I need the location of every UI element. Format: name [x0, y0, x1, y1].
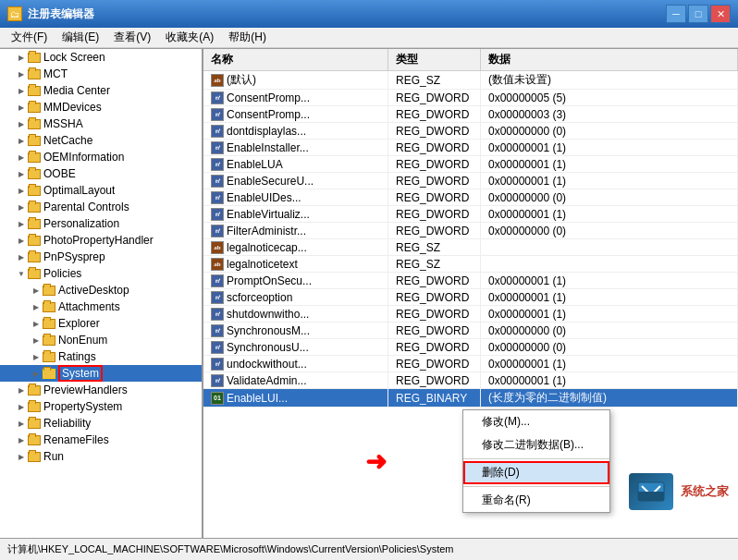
menu-view[interactable]: 查看(V) [106, 28, 158, 47]
table-row[interactable]: ㎡scforceoptionREG_DWORD0x00000001 (1) [203, 289, 738, 306]
table-row[interactable]: ㎡ConsentPromp...REG_DWORD0x00000003 (3) [203, 106, 738, 123]
context-menu-item[interactable]: 修改(M)... [463, 410, 609, 433]
menu-edit[interactable]: 编辑(E) [55, 28, 106, 47]
menu-help[interactable]: 帮助(H) [221, 28, 274, 47]
tree-item[interactable]: ▶Lock Screen [0, 49, 202, 66]
table-row[interactable]: ㎡SynchronousU...REG_DWORD0x00000000 (0) [203, 339, 738, 356]
reg-type-icon: ㎡ [211, 125, 224, 138]
cell-data [481, 239, 738, 255]
expand-icon[interactable]: ▶ [15, 134, 28, 147]
expand-icon[interactable]: ▶ [15, 84, 28, 97]
folder-icon [28, 136, 41, 146]
cell-data: (长度为零的二进制制值) [481, 389, 738, 407]
expand-icon[interactable]: ▶ [30, 334, 43, 347]
cell-data: 0x00000003 (3) [481, 106, 738, 122]
maximize-button[interactable]: □ [688, 5, 708, 23]
tree-item[interactable]: ▼Policies [0, 265, 202, 282]
tree-item[interactable]: ▶Media Center [0, 82, 202, 99]
cell-name: ㎡scforceoption [203, 289, 388, 305]
table-row[interactable]: ㎡PromptOnSecu...REG_DWORD0x00000001 (1) [203, 273, 738, 289]
table-row[interactable]: ㎡dontdisplaylas...REG_DWORD0x00000000 (0… [203, 123, 738, 140]
menu-favorites[interactable]: 收藏夹(A) [158, 28, 221, 47]
tree-item[interactable]: ▶NonEnum [0, 332, 202, 348]
tree-item-label: Parental Controls [43, 201, 129, 213]
tree-item[interactable]: ▶PreviewHandlers [0, 382, 202, 398]
tree-item[interactable]: ▶PhotoPropertyHandler [0, 232, 202, 249]
cell-type: REG_SZ [388, 71, 481, 89]
expand-icon[interactable]: ▶ [15, 167, 28, 180]
table-row[interactable]: ㎡SynchronousM...REG_DWORD0x00000000 (0) [203, 323, 738, 339]
expand-icon[interactable]: ▶ [15, 67, 28, 80]
tree-item[interactable]: ▶RenameFiles [0, 432, 202, 448]
expand-icon[interactable]: ▶ [15, 217, 28, 230]
context-menu-item[interactable]: 重命名(R) [463, 489, 609, 512]
context-menu-item[interactable]: 删除(D) [463, 461, 609, 484]
table-row[interactable]: ㎡EnableUIDes...REG_DWORD0x00000000 (0) [203, 189, 738, 206]
tree-item[interactable]: ▶MCT [0, 66, 202, 82]
expand-icon[interactable]: ▶ [15, 117, 28, 130]
table-row[interactable]: ㎡EnableSecureU...REG_DWORD0x00000001 (1) [203, 173, 738, 189]
tree-item[interactable]: ▶Run [0, 448, 202, 465]
tree-item[interactable]: ▶PropertySystem [0, 398, 202, 415]
expand-icon[interactable]: ▶ [30, 350, 43, 363]
cell-name: ㎡ValidateAdmin... [203, 372, 388, 388]
tree-item[interactable]: ▶Attachments [0, 298, 202, 315]
tree-item[interactable]: ▶OptimalLayout [0, 182, 202, 199]
tree-item[interactable]: ▶System [0, 365, 202, 382]
tree-item[interactable]: ▶MMDevices [0, 99, 202, 116]
tree-item[interactable]: ▶Explorer [0, 315, 202, 332]
table-row[interactable]: ㎡undockwithout...REG_DWORD0x00000001 (1) [203, 356, 738, 372]
expand-icon[interactable]: ▶ [15, 383, 28, 396]
table-row[interactable]: ㎡ValidateAdmin...REG_DWORD0x00000001 (1) [203, 372, 738, 389]
table-row[interactable]: 01EnableLUI...REG_BINARY(长度为零的二进制制值) [203, 389, 738, 408]
tree-item-label: OOBE [43, 167, 76, 180]
expand-icon[interactable]: ▶ [15, 201, 28, 213]
cell-data: 0x00000001 (1) [481, 356, 738, 371]
expand-icon[interactable]: ▶ [15, 250, 28, 263]
cell-name: ㎡shutdownwitho... [203, 306, 388, 322]
table-row[interactable]: ab(默认)REG_SZ(数值未设置) [203, 71, 738, 90]
expand-icon[interactable]: ▶ [15, 151, 28, 164]
expand-icon[interactable]: ▶ [15, 51, 28, 64]
table-row[interactable]: ablegalnoticecap...REG_SZ [203, 239, 738, 256]
expand-icon[interactable]: ▶ [15, 400, 28, 413]
left-panel-tree[interactable]: ▶Lock Screen▶MCT▶Media Center▶MMDevices▶… [0, 49, 203, 538]
minimize-button[interactable]: ─ [666, 5, 686, 23]
table-row[interactable]: ㎡EnableVirtualiz...REG_DWORD0x00000001 (… [203, 206, 738, 223]
table-row[interactable]: ㎡EnableInstaller...REG_DWORD0x00000001 (… [203, 140, 738, 156]
expand-icon[interactable]: ▶ [15, 450, 28, 463]
tree-item-label: Reliability [43, 417, 91, 430]
tree-item[interactable]: ▶Ratings [0, 348, 202, 365]
close-button[interactable]: ✕ [710, 5, 731, 23]
tree-item[interactable]: ▶OEMInformation [0, 149, 202, 165]
tree-item[interactable]: ▶NetCache [0, 132, 202, 149]
table-row[interactable]: ㎡EnableLUAREG_DWORD0x00000001 (1) [203, 156, 738, 173]
context-menu[interactable]: 修改(M)...修改二进制数据(B)...删除(D)重命名(R) [462, 409, 610, 513]
expand-icon[interactable]: ▶ [30, 284, 43, 297]
table-row[interactable]: ㎡FilterAdministr...REG_DWORD0x00000000 (… [203, 223, 738, 239]
tree-item[interactable]: ▶PnPSysprep [0, 249, 202, 265]
menu-file[interactable]: 文件(F) [4, 28, 55, 47]
tree-item[interactable]: ▶MSSHA [0, 116, 202, 132]
expand-icon[interactable]: ▶ [30, 300, 43, 313]
tree-item[interactable]: ▶OOBE [0, 165, 202, 182]
expand-icon[interactable]: ▶ [15, 417, 28, 430]
table-row[interactable]: ㎡shutdownwitho...REG_DWORD0x00000001 (1) [203, 306, 738, 323]
expand-icon[interactable]: ▶ [15, 234, 28, 247]
cell-name: ㎡EnableInstaller... [203, 140, 388, 155]
table-row[interactable]: ㎡ConsentPromp...REG_DWORD0x00000005 (5) [203, 90, 738, 106]
title-controls[interactable]: ─ □ ✕ [666, 5, 731, 23]
expand-icon[interactable]: ▶ [15, 101, 28, 114]
expand-icon[interactable]: ▶ [15, 433, 28, 446]
expand-icon[interactable]: ▼ [15, 267, 28, 280]
table-row[interactable]: ablegalnoticetextREG_SZ [203, 256, 738, 273]
expand-icon[interactable]: ▶ [15, 184, 28, 197]
tree-item[interactable]: ▶ActiveDesktop [0, 282, 202, 298]
context-menu-item[interactable]: 修改二进制数据(B)... [463, 433, 609, 457]
tree-item[interactable]: ▶Reliability [0, 415, 202, 432]
tree-item[interactable]: ▶Personalization [0, 215, 202, 232]
tree-item[interactable]: ▶Parental Controls [0, 199, 202, 215]
expand-icon[interactable]: ▶ [30, 367, 43, 380]
cell-type: REG_DWORD [388, 90, 481, 105]
expand-icon[interactable]: ▶ [30, 317, 43, 330]
